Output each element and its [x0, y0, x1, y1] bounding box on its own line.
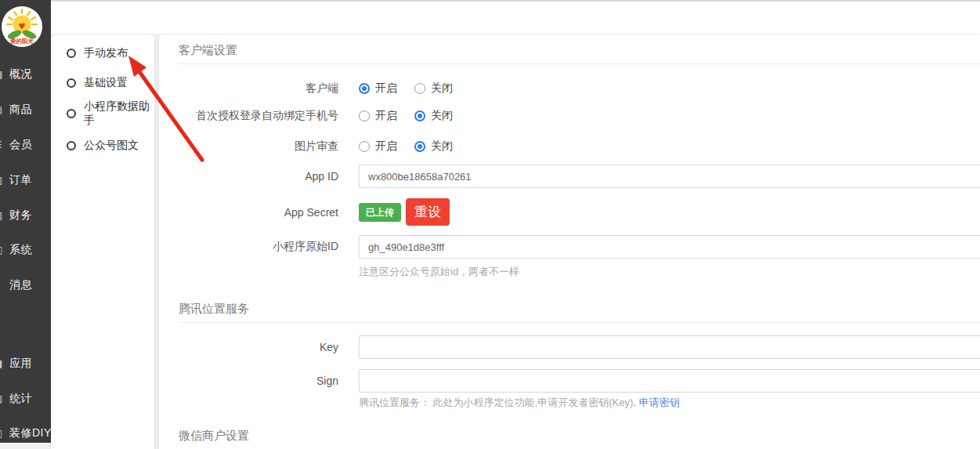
submenu-item-basic-settings[interactable]: 基础设置	[51, 74, 154, 92]
circle-icon	[67, 49, 76, 58]
goods-icon: ▤	[0, 104, 5, 115]
reset-button[interactable]: 重设	[406, 198, 450, 226]
system-icon: ◫	[0, 244, 5, 255]
original-id-hint: 注意区分公众号原始id，两者不一样	[359, 265, 519, 279]
circle-icon	[67, 141, 76, 150]
apply-key-link[interactable]: 申请密钥	[639, 396, 680, 408]
section-title-tencent-location: 腾讯位置服务	[179, 293, 980, 323]
form-row-key: Key	[159, 335, 980, 359]
sign-input[interactable]	[359, 369, 980, 393]
member-icon: ☷	[0, 139, 5, 150]
form-row-app-id: App ID	[159, 165, 980, 188]
radio-unselected-icon[interactable]	[359, 110, 370, 121]
sidebar-item-stats[interactable]: ▨统计	[0, 390, 51, 407]
sidebar-item-member[interactable]: ☷会员	[0, 136, 51, 154]
submenu-item-manual-publish[interactable]: 手动发布	[51, 44, 154, 63]
sidebar-item-goods[interactable]: ▤商品	[0, 101, 51, 118]
field-label: Sign	[159, 369, 338, 393]
sidebar-item-diy[interactable]: ◧装修DIY	[0, 425, 51, 442]
apps-icon: ◨	[0, 358, 5, 369]
field-label: App ID	[159, 165, 338, 188]
section-title-wechat-merchant: 微信商户设置	[179, 420, 980, 449]
messages-icon: ●	[0, 280, 5, 291]
sidebar-item-apps[interactable]: ◨应用	[0, 355, 51, 372]
radio-option-on[interactable]: 开启	[359, 139, 397, 154]
overview-icon: ▦	[0, 69, 5, 80]
form-row-sign: Sign	[159, 369, 980, 393]
primary-sidebar: ♥ 爱的阳光 ▦概况 ▤商品 ☷会员 ▥订单 ▧财务 ◫系统 ●消息 ◨应用 ▨…	[0, 0, 51, 443]
form-row-app-secret: App Secret 已上传 重设	[159, 198, 980, 226]
form-row-original-id: 小程序原始ID	[159, 235, 980, 259]
key-input[interactable]	[359, 335, 980, 359]
heart-icon: ♥	[19, 19, 26, 32]
radio-option-off[interactable]: 关闭	[414, 81, 453, 96]
diy-icon: ◧	[0, 428, 5, 439]
settings-submenu: 手动发布 基础设置 小程序数据助手 公众号图文	[51, 34, 154, 449]
orders-icon: ▥	[0, 175, 5, 186]
location-service-hint: 腾讯位置服务： 此处为小程序定位功能,申请开发者密钥(Key), 申请密钥	[359, 396, 680, 410]
stats-icon: ▨	[0, 393, 5, 404]
field-label: 小程序原始ID	[159, 235, 338, 259]
circle-icon	[67, 109, 76, 118]
radio-option-on[interactable]: 开启	[359, 81, 397, 96]
logo-text: 爱的阳光	[9, 38, 34, 45]
field-label: App Secret	[159, 198, 338, 226]
topbar	[51, 2, 980, 34]
sidebar-item-overview[interactable]: ▦概况	[0, 66, 51, 83]
radio-unselected-icon[interactable]	[359, 141, 370, 152]
form-row-image-review: 图片审查 开启 关闭	[159, 135, 980, 158]
circle-icon	[67, 78, 76, 88]
app-id-input[interactable]	[359, 165, 980, 188]
submenu-item-miniprogram-data-assistant[interactable]: 小程序数据助手	[51, 104, 154, 123]
radio-unselected-icon[interactable]	[414, 83, 425, 94]
field-label: Key	[159, 335, 338, 359]
radio-option-off[interactable]: 关闭	[414, 139, 453, 154]
sidebar-item-finance[interactable]: ▧财务	[0, 207, 51, 224]
section-title-client-settings: 客户端设置	[179, 34, 980, 64]
finance-icon: ▧	[0, 210, 5, 221]
radio-selected-icon[interactable]	[414, 141, 425, 152]
form-row-client: 客户端 开启 关闭	[159, 77, 980, 100]
settings-main-panel: 客户端设置 客户端 开启 关闭 首次授权登录自动绑定手机号 开启 关闭 图片审查…	[159, 34, 980, 449]
admin-settings-page: ♥ 爱的阳光 ▦概况 ▤商品 ☷会员 ▥订单 ▧财务 ◫系统 ●消息 ◨应用 ▨…	[0, 0, 980, 449]
submenu-item-official-account-articles[interactable]: 公众号图文	[51, 136, 154, 155]
original-id-input[interactable]	[359, 235, 980, 259]
sidebar-item-system[interactable]: ◫系统	[0, 241, 51, 259]
radio-option-off[interactable]: 关闭	[414, 109, 453, 123]
field-label: 客户端	[159, 77, 338, 100]
form-row-auto-bind-phone: 首次授权登录自动绑定手机号 开启 关闭	[159, 104, 980, 128]
sidebar-item-messages[interactable]: ●消息	[0, 277, 51, 294]
field-label: 首次授权登录自动绑定手机号	[159, 104, 338, 128]
sunshine-heart-logo[interactable]: ♥ 爱的阳光	[2, 6, 42, 47]
sidebar-item-orders[interactable]: ▥订单	[0, 172, 51, 189]
uploaded-badge[interactable]: 已上传	[359, 203, 401, 222]
field-label: 图片审查	[159, 135, 338, 158]
radio-selected-icon[interactable]	[359, 83, 370, 94]
radio-option-on[interactable]: 开启	[359, 109, 397, 123]
radio-selected-icon[interactable]	[414, 110, 425, 121]
